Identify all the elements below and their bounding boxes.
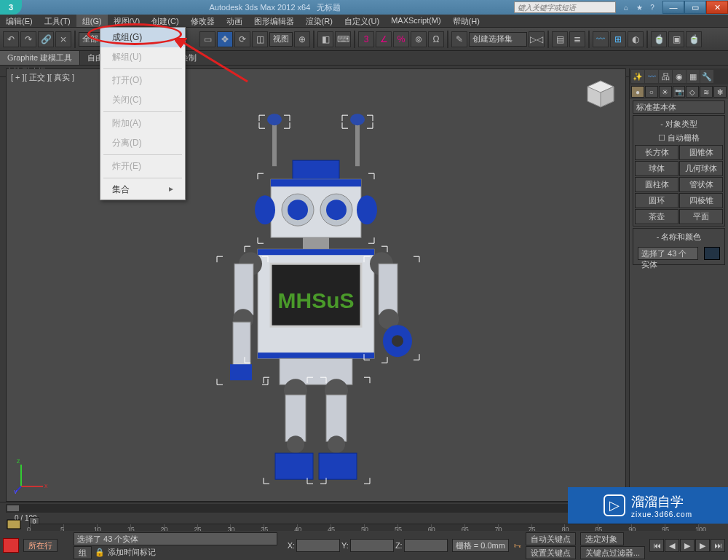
menu-maxscript[interactable]: MAXScript(M) xyxy=(385,15,446,27)
object-name-field[interactable]: 选择了 43 个实体 xyxy=(638,247,698,260)
robot-model[interactable]: MHSuS xyxy=(178,100,454,511)
maximize-button[interactable]: ▭ xyxy=(684,1,706,14)
select-icon[interactable]: ▭ xyxy=(199,31,215,47)
render-icon[interactable]: 🍵 xyxy=(686,31,702,47)
app-logo[interactable]: 3 xyxy=(0,0,22,15)
redo-icon[interactable]: ↷ xyxy=(20,31,36,47)
primitive-plane[interactable]: 平面 xyxy=(679,209,723,224)
primitive-sphere[interactable]: 球体 xyxy=(635,161,678,176)
maxscript-mini-listener[interactable] xyxy=(3,538,19,553)
cat-geometry-icon[interactable]: ● xyxy=(631,86,644,98)
snap-toggle-icon[interactable]: 3 xyxy=(358,31,374,47)
add-time-tag[interactable]: 添加时间标记 xyxy=(108,547,156,558)
select-manip-icon[interactable]: ◧ xyxy=(317,31,333,47)
render-setup-icon[interactable]: 🍵 xyxy=(651,31,667,47)
menu-group[interactable]: 组(G) xyxy=(76,15,108,27)
object-color-swatch[interactable] xyxy=(704,247,720,260)
close-button[interactable]: ✕ xyxy=(706,1,728,14)
prev-frame-icon[interactable]: ◀ xyxy=(665,539,679,552)
set-key-button[interactable]: 设置关键点 xyxy=(526,546,576,559)
schematic-icon[interactable]: ⊞ xyxy=(610,31,626,47)
coord-x-input[interactable] xyxy=(296,539,340,552)
layers-icon[interactable]: ≣ xyxy=(569,31,585,47)
timeline-key-icon[interactable] xyxy=(6,518,23,532)
primitive-pyramid[interactable]: 四棱锥 xyxy=(679,193,723,208)
menu-rendering[interactable]: 渲染(R) xyxy=(300,15,339,27)
cat-cameras-icon[interactable]: 📷 xyxy=(673,86,686,98)
keyboard-icon[interactable]: ⌨ xyxy=(335,31,351,47)
help-search-input[interactable] xyxy=(514,1,616,13)
selection-filter-dropdown[interactable]: 全部 xyxy=(79,32,102,47)
link-icon[interactable]: 🔗 xyxy=(38,31,54,47)
tab-utilities-icon[interactable]: 🔧 xyxy=(700,70,713,83)
viewport[interactable]: [ + ][ 正交 ][ 真实 ] xyxy=(6,68,626,502)
ref-coord-dropdown[interactable]: 视图 xyxy=(269,32,293,47)
menu-item-group[interactable]: 成组(G) xyxy=(100,28,185,47)
primitive-tube[interactable]: 管状体 xyxy=(679,177,723,192)
tab-display-icon[interactable]: ▦ xyxy=(687,70,700,83)
menu-view[interactable]: 视图(V) xyxy=(108,15,146,27)
unlink-icon[interactable]: ⤫ xyxy=(55,31,71,47)
tab-hierarchy-icon[interactable]: 品 xyxy=(659,70,672,83)
material-editor-icon[interactable]: ◐ xyxy=(628,31,644,47)
menu-edit[interactable]: 编辑(E) xyxy=(0,15,39,27)
star-icon[interactable]: ★ xyxy=(633,2,645,12)
render-frame-icon[interactable]: ▣ xyxy=(668,31,684,47)
mirror-icon[interactable]: ▷◁ xyxy=(529,31,545,47)
viewport-label[interactable]: [ + ][ 正交 ][ 真实 ] xyxy=(11,72,74,83)
named-sel-edit-icon[interactable]: ✎ xyxy=(451,31,467,47)
menu-create[interactable]: 创建(C) xyxy=(146,15,184,27)
infocenter-icon[interactable]: ⌂ xyxy=(620,2,632,12)
edged-icon[interactable]: Ω xyxy=(428,31,444,47)
primitive-cone[interactable]: 圆锥体 xyxy=(679,145,723,160)
angle-snap-icon[interactable]: ∠ xyxy=(376,31,392,47)
pivot-icon[interactable]: ⊕ xyxy=(294,31,310,47)
coord-y-input[interactable] xyxy=(350,539,394,552)
cat-shapes-icon[interactable]: ○ xyxy=(645,86,658,98)
align-icon[interactable]: ▤ xyxy=(552,31,568,47)
selection-lock-dropdown[interactable]: 选定对象 xyxy=(580,532,624,545)
cat-lights-icon[interactable]: ☀ xyxy=(659,86,672,98)
coord-z-input[interactable] xyxy=(404,539,448,552)
help-icon[interactable]: ? xyxy=(646,2,658,12)
primitive-teapot[interactable]: 茶壶 xyxy=(635,209,678,224)
menu-help[interactable]: 帮助(H) xyxy=(447,15,486,27)
cat-systems-icon[interactable]: ✻ xyxy=(713,86,727,98)
undo-icon[interactable]: ↶ xyxy=(3,31,19,47)
spinner-snap-icon[interactable]: ⊚ xyxy=(411,31,427,47)
geometry-category-dropdown[interactable]: 标准基本体 xyxy=(633,100,725,114)
curve-editor-icon[interactable]: 〰 xyxy=(593,31,609,47)
status-group-button[interactable]: 组 xyxy=(74,546,92,559)
tab-motion-icon[interactable]: ◉ xyxy=(673,70,686,83)
scale-icon[interactable]: ◫ xyxy=(252,31,268,47)
primitive-box[interactable]: 长方体 xyxy=(635,145,678,160)
cat-helpers-icon[interactable]: ◇ xyxy=(686,86,699,98)
primitive-cylinder[interactable]: 圆柱体 xyxy=(635,177,678,192)
primitive-torus[interactable]: 圆环 xyxy=(635,193,678,208)
menu-item-assembly[interactable]: 集合 xyxy=(100,180,185,200)
auto-key-button[interactable]: 自动关键点 xyxy=(526,532,576,545)
goto-end-icon[interactable]: ⏭ xyxy=(711,539,725,552)
menu-grapheditors[interactable]: 图形编辑器 xyxy=(248,15,300,27)
named-selset-dropdown[interactable]: 创建选择集 xyxy=(469,32,527,47)
next-frame-icon[interactable]: ▶ xyxy=(695,539,710,552)
lock-icon[interactable]: 🔒 xyxy=(95,548,105,557)
menu-customize[interactable]: 自定义(U) xyxy=(339,15,385,27)
primitive-geosphere[interactable]: 几何球体 xyxy=(679,161,723,176)
ribbon-tab-modeling[interactable]: Graphite 建模工具 xyxy=(0,51,80,65)
key-icon[interactable]: 🗝 xyxy=(513,541,521,550)
viewcube[interactable] xyxy=(583,76,618,111)
rollout-name-color[interactable]: - 名称和颜色 xyxy=(635,230,723,244)
minimize-button[interactable]: — xyxy=(662,1,684,14)
tab-create-icon[interactable]: ✨ xyxy=(631,70,644,83)
percent-snap-icon[interactable]: % xyxy=(393,31,409,47)
rollout-object-type[interactable]: - 对象类型 xyxy=(635,117,723,131)
autogrid-checkbox[interactable]: ☐ 自动栅格 xyxy=(635,131,723,145)
goto-start-icon[interactable]: ⏮ xyxy=(649,539,664,552)
cat-spacewarps-icon[interactable]: ≋ xyxy=(700,86,713,98)
menu-modifiers[interactable]: 修改器 xyxy=(185,15,221,27)
menu-animation[interactable]: 动画 xyxy=(221,15,248,27)
play-icon[interactable]: ▶ xyxy=(680,539,695,552)
rotate-icon[interactable]: ⟳ xyxy=(234,31,250,47)
key-filters-button[interactable]: 关键点过滤器... xyxy=(580,546,645,559)
